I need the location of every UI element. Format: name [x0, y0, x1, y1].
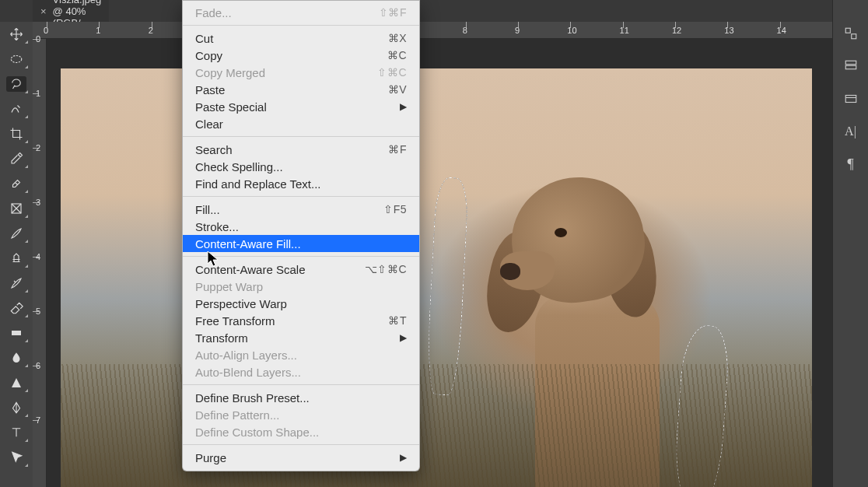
menu-separator: [183, 196, 419, 197]
pen-tool-icon[interactable]: [6, 400, 26, 415]
menu-item: Auto-Blend Layers...: [183, 363, 419, 380]
marquee-tool-icon[interactable]: [6, 51, 26, 67]
menu-item[interactable]: Copy⌘C: [183, 47, 419, 64]
menu-item[interactable]: Search⌘F: [183, 141, 419, 158]
type-tool-icon[interactable]: [6, 425, 26, 440]
move-tool-icon[interactable]: [6, 26, 26, 42]
color-panel-icon[interactable]: [842, 25, 859, 42]
menu-item[interactable]: Define Brush Preset...: [183, 389, 419, 406]
menu-item[interactable]: Clear: [183, 115, 419, 132]
menu-item: Copy Merged⇧⌘C: [183, 64, 419, 81]
menu-item[interactable]: Check Spelling...: [183, 158, 419, 175]
menu-item[interactable]: Content-Aware Scale⌥⇧⌘C: [183, 261, 419, 278]
menu-item-shortcut: ⇧F5: [383, 203, 407, 215]
crop-tool-icon[interactable]: [6, 126, 26, 142]
menu-separator: [183, 25, 419, 26]
close-tab-icon[interactable]: ×: [40, 5, 47, 17]
swatches-panel-icon[interactable]: [842, 58, 859, 75]
menu-separator: [183, 444, 419, 445]
clone-stamp-tool-icon[interactable]: [6, 251, 26, 266]
edit-menu-dropdown: Fade...⇧⌘FCut⌘XCopy⌘CCopy Merged⇧⌘CPaste…: [182, 0, 420, 471]
svg-rect-7: [845, 96, 856, 103]
menu-item[interactable]: Content-Aware Fill...: [183, 235, 419, 252]
menu-item-label: Puppet Warp: [195, 280, 263, 293]
document-tabbar: × Viszla.jpeg @ 40% (RGB/...: [33, 0, 33, 22]
ruler-tick-label: 1: [96, 26, 100, 35]
menu-item-label: Free Transform: [195, 314, 275, 328]
menu-item-label: Copy Merged: [195, 66, 265, 79]
menu-item[interactable]: Purge▶: [183, 449, 419, 466]
menu-item: Fade...⇧⌘F: [183, 4, 419, 21]
menu-item-label: Perspective Warp: [195, 297, 287, 310]
vertical-ruler[interactable]: 01234567: [33, 39, 47, 487]
ruler-tick-label: 0: [36, 34, 40, 44]
ruler-tick-label: 6: [36, 361, 40, 370]
menu-item: Puppet Warp: [183, 278, 419, 295]
menu-item-shortcut: ⌥⇧⌘C: [365, 263, 407, 275]
menu-item[interactable]: Perspective Warp: [183, 295, 419, 312]
canvas-area: [47, 39, 832, 487]
svg-rect-4: [851, 34, 856, 39]
menu-item[interactable]: Free Transform⌘T: [183, 312, 419, 329]
menu-item[interactable]: Fill...⇧F5: [183, 201, 419, 218]
menu-item-label: Find and Replace Text...: [195, 177, 320, 191]
frame-tool-icon[interactable]: [6, 201, 26, 216]
lasso-tool-icon[interactable]: [6, 76, 26, 92]
menu-separator: [183, 256, 419, 257]
menu-item: Define Pattern...: [183, 406, 419, 423]
history-brush-tool-icon[interactable]: [6, 275, 26, 291]
ruler-tick-label: 13: [724, 26, 733, 35]
ruler-tick-label: 1: [36, 89, 40, 98]
ruler-tick-label: 7: [36, 415, 40, 425]
libraries-panel-icon[interactable]: [842, 90, 859, 107]
svg-point-0: [11, 56, 22, 63]
healing-brush-tool-icon[interactable]: [6, 176, 26, 191]
menu-item-label: Clear: [195, 117, 223, 131]
menu-item-label: Stroke...: [195, 220, 239, 233]
right-panel-strip: A| ¶: [832, 0, 868, 487]
menu-item[interactable]: Stroke...: [183, 218, 419, 235]
eraser-tool-icon[interactable]: [6, 300, 26, 316]
brush-tool-icon[interactable]: [6, 226, 26, 241]
menu-item-label: Transform: [195, 331, 248, 345]
paragraph-panel-icon[interactable]: ¶: [842, 156, 859, 173]
svg-rect-3: [845, 28, 850, 33]
horizontal-ruler[interactable]: 01234567891011121314: [33, 22, 832, 39]
menu-item-shortcut: ⌘X: [388, 32, 407, 44]
menu-item-shortcut: ⇧⌘C: [377, 66, 407, 79]
menu-item[interactable]: Paste Special▶: [183, 98, 419, 115]
menu-item-label: Auto-Align Layers...: [195, 349, 297, 362]
menu-item-label: Purge: [195, 451, 226, 464]
menu-item[interactable]: Cut⌘X: [183, 30, 419, 47]
character-panel-icon[interactable]: A|: [842, 123, 859, 140]
dodge-tool-icon[interactable]: [6, 375, 26, 391]
tools-toolbar: [0, 22, 33, 487]
eyedropper-tool-icon[interactable]: [6, 151, 26, 166]
menu-item-label: Define Pattern...: [195, 408, 279, 422]
submenu-arrow-icon: ▶: [400, 452, 407, 463]
menu-item-label: Fill...: [195, 203, 220, 216]
menu-item[interactable]: Transform▶: [183, 329, 419, 346]
menu-item-label: Paste: [195, 83, 225, 96]
quick-select-tool-icon[interactable]: [6, 101, 26, 117]
ruler-tick-label: 4: [36, 252, 40, 261]
selection-marquee[interactable]: [425, 177, 470, 396]
ruler-tick-label: 0: [44, 26, 48, 35]
ruler-tick-label: 2: [149, 26, 153, 35]
path-select-tool-icon[interactable]: [6, 450, 26, 465]
submenu-arrow-icon: ▶: [400, 101, 407, 112]
menu-item[interactable]: Find and Replace Text...: [183, 175, 419, 192]
menu-item-shortcut: ⌘T: [388, 314, 407, 327]
gradient-tool-icon[interactable]: [6, 325, 26, 341]
submenu-arrow-icon: ▶: [400, 332, 407, 343]
svg-rect-5: [845, 61, 856, 65]
ruler-tick-label: 14: [777, 26, 786, 35]
document-image[interactable]: [61, 68, 812, 487]
menu-item-label: Copy: [195, 49, 222, 62]
menu-item-label: Check Spelling...: [195, 160, 283, 173]
menu-item-shortcut: ⌘C: [387, 49, 407, 61]
menu-item-label: Define Brush Preset...: [195, 391, 310, 405]
blur-tool-icon[interactable]: [6, 350, 26, 366]
menu-item-label: Paste Special: [195, 100, 267, 114]
menu-item[interactable]: Paste⌘V: [183, 81, 419, 98]
